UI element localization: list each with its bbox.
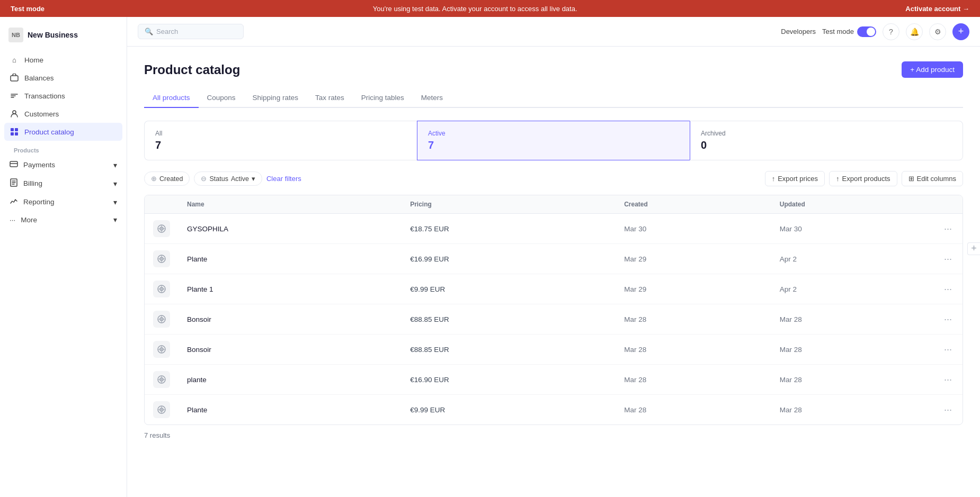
banner-left: Test mode <box>11 5 44 13</box>
brand-icon: NB <box>8 28 23 42</box>
col-icon <box>145 195 179 214</box>
sidebar-item-product-catalog[interactable]: Product catalog <box>4 123 122 141</box>
row-more-button[interactable]: ··· <box>942 254 954 265</box>
settings-button[interactable]: ⚙ <box>929 23 946 40</box>
header: 🔍 Search Developers Test mode ? 🔔 ⚙ + <box>127 17 980 47</box>
status-chip-label: Status <box>209 175 228 183</box>
product-pricing: €88.85 EUR <box>410 315 449 323</box>
activate-account-link[interactable]: Activate account → <box>905 5 969 13</box>
filter-card-active[interactable]: Active 7 <box>417 121 690 160</box>
product-name: Bonsoir <box>187 315 211 323</box>
tabs: All products Coupons Shipping rates Tax … <box>144 88 963 108</box>
product-name: GYSOPHILA <box>187 225 228 233</box>
export-products-button[interactable]: ↑ Export products <box>829 171 897 186</box>
row-more-button[interactable]: ··· <box>942 344 954 355</box>
export-prices-button[interactable]: ↑ Export prices <box>765 171 825 186</box>
reporting-icon <box>10 197 18 207</box>
payments-chevron-icon: ▾ <box>113 161 117 169</box>
testmode-label: Test mode <box>822 28 854 35</box>
brand-logo[interactable]: NB New Business <box>0 23 127 51</box>
developers-link[interactable]: Developers <box>781 28 816 35</box>
filter-cards: All 7 Active 7 Archived 0 <box>144 121 963 160</box>
sidebar-item-transactions[interactable]: Transactions <box>4 87 122 105</box>
tab-pricing-tables[interactable]: Pricing tables <box>353 88 413 108</box>
svg-rect-6 <box>10 161 17 167</box>
table-row[interactable]: Bonsoir €88.85 EUR Mar 28 Mar 28 ··· <box>145 335 963 365</box>
col-name: Name <box>179 195 402 214</box>
sidebar-nav: ⌂ Home Balances Transactions <box>0 51 127 228</box>
products-table: Name Pricing Created Updated <box>145 195 963 424</box>
product-created: Mar 29 <box>624 285 646 293</box>
product-created: Mar 28 <box>624 376 646 384</box>
svg-rect-5 <box>15 132 18 135</box>
status-icon: ⊖ <box>201 175 207 183</box>
sidebar-item-balances[interactable]: Balances <box>4 69 122 87</box>
header-right: Developers Test mode ? 🔔 ⚙ + <box>781 23 969 40</box>
filter-card-active-value: 7 <box>428 139 679 151</box>
clear-filters-link[interactable]: Clear filters <box>266 175 301 183</box>
row-more-button[interactable]: ··· <box>942 404 954 415</box>
edge-add-button[interactable]: + <box>967 242 980 255</box>
table-row[interactable]: GYSOPHILA €18.75 EUR Mar 30 Mar 30 ··· <box>145 214 963 244</box>
edit-columns-label: Edit columns <box>917 175 956 183</box>
row-more-button[interactable]: ··· <box>942 284 954 295</box>
product-name: Plante 1 <box>187 285 213 293</box>
banner-center: You're using test data. Activate your ac… <box>44 5 905 13</box>
sidebar-item-reporting[interactable]: Reporting ▾ <box>4 193 122 211</box>
tab-tax-rates[interactable]: Tax rates <box>307 88 353 108</box>
product-created: Mar 28 <box>624 315 646 323</box>
sidebar-item-payments[interactable]: Payments ▾ <box>4 156 122 174</box>
tab-shipping-rates[interactable]: Shipping rates <box>244 88 307 108</box>
sidebar-item-billing[interactable]: Billing ▾ <box>4 174 122 193</box>
table-row[interactable]: Plante €16.99 EUR Mar 29 Apr 2 ··· <box>145 244 963 274</box>
sidebar-item-more-label: More <box>21 216 37 224</box>
product-pricing: €9.99 EUR <box>410 406 445 414</box>
search-placeholder: Search <box>156 28 178 35</box>
product-updated: Mar 28 <box>780 406 802 414</box>
product-updated: Mar 28 <box>780 315 802 323</box>
export-prices-label: Export prices <box>778 175 818 183</box>
product-name: Plante <box>187 406 207 414</box>
export-products-icon: ↑ <box>836 175 840 183</box>
plus-circle-icon: ⊕ <box>151 175 157 183</box>
brand-name: New Business <box>28 31 78 39</box>
tab-all-products[interactable]: All products <box>144 88 199 108</box>
status-filter-chip[interactable]: ⊖ Status Active ▾ <box>194 171 262 186</box>
row-more-button[interactable]: ··· <box>942 374 954 385</box>
search-bar[interactable]: 🔍 Search <box>138 24 244 39</box>
help-button[interactable]: ? <box>883 23 899 40</box>
tab-meters[interactable]: Meters <box>413 88 451 108</box>
sidebar-item-home[interactable]: ⌂ Home <box>4 51 122 69</box>
billing-icon <box>10 178 18 188</box>
created-chip-label: Created <box>159 175 183 183</box>
sidebar-item-customers[interactable]: Customers <box>4 105 122 123</box>
product-icon <box>153 281 170 297</box>
created-filter-chip[interactable]: ⊕ Created <box>144 171 190 186</box>
col-created: Created <box>616 195 771 214</box>
filter-card-all[interactable]: All 7 <box>144 121 417 160</box>
notifications-button[interactable]: 🔔 <box>906 23 923 40</box>
product-updated: Mar 28 <box>780 346 802 354</box>
product-icon <box>153 250 170 267</box>
header-add-button[interactable]: + <box>952 23 969 40</box>
toggle-knob <box>867 28 875 36</box>
sidebar-item-more[interactable]: ··· More ▾ <box>4 211 122 228</box>
page-title: Product catalog <box>144 62 240 77</box>
testmode-toggle[interactable] <box>857 26 876 37</box>
tab-coupons[interactable]: Coupons <box>199 88 244 108</box>
row-more-button[interactable]: ··· <box>942 314 954 325</box>
edit-columns-button[interactable]: ⊞ Edit columns <box>902 171 963 186</box>
filter-card-archived[interactable]: Archived 0 <box>690 121 963 160</box>
results-count: 7 results <box>144 431 963 439</box>
row-more-button[interactable]: ··· <box>942 223 954 234</box>
table-row[interactable]: plante €16.90 EUR Mar 28 Mar 28 ··· <box>145 365 963 395</box>
table-row[interactable]: Bonsoir €88.85 EUR Mar 28 Mar 28 ··· <box>145 304 963 335</box>
filter-card-active-label: Active <box>428 130 679 137</box>
customers-icon <box>10 109 19 119</box>
sidebar-item-balances-label: Balances <box>24 74 54 82</box>
add-product-button[interactable]: + Add product <box>902 61 963 78</box>
product-updated: Apr 2 <box>780 255 797 263</box>
status-chevron-icon: ▾ <box>252 175 255 183</box>
table-row[interactable]: Plante €9.99 EUR Mar 28 Mar 28 ··· <box>145 395 963 425</box>
table-row[interactable]: Plante 1 €9.99 EUR Mar 29 Apr 2 ··· <box>145 274 963 304</box>
